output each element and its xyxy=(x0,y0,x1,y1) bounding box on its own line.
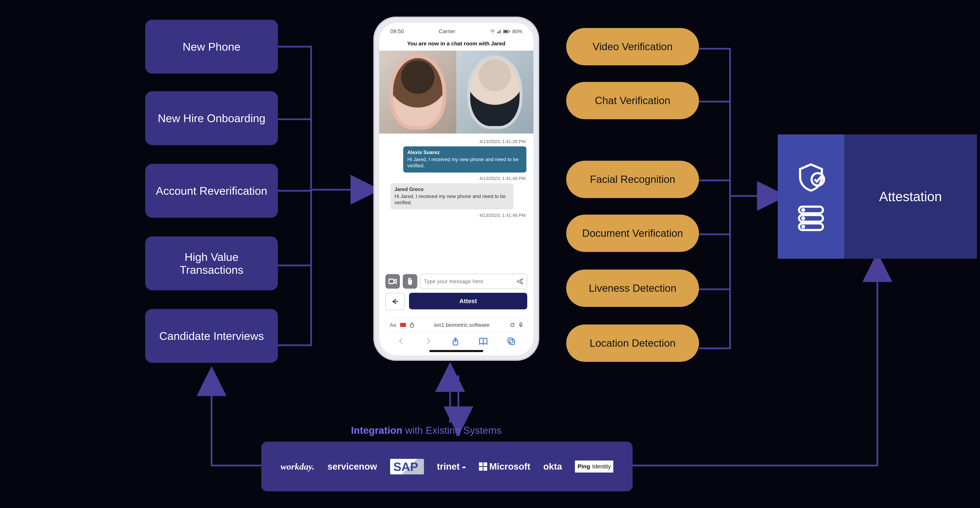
svg-rect-11 xyxy=(479,462,483,466)
message-input[interactable]: Type your message here xyxy=(420,274,527,289)
svg-rect-27 xyxy=(508,338,513,343)
msg-timestamp: 4/13/2023, 1:41:46 PM xyxy=(387,213,525,218)
nav-share[interactable] xyxy=(452,337,460,347)
home-indicator xyxy=(430,350,483,352)
nav-forward[interactable] xyxy=(424,337,432,347)
svg-rect-19 xyxy=(500,30,501,33)
svg-rect-25 xyxy=(520,322,522,325)
attachment-button[interactable] xyxy=(403,274,417,289)
text-size-control[interactable]: Aa xyxy=(390,322,396,328)
logo-workday: workday. xyxy=(281,461,315,472)
attestation-label: Attestation xyxy=(844,134,977,259)
svg-rect-23 xyxy=(389,279,394,284)
chat-bubble-sent: Alexis Suarez Hi Jared, I received my ne… xyxy=(403,146,527,173)
send-icon xyxy=(517,278,523,285)
status-time: 09:50 xyxy=(390,28,404,35)
recording-indicator-icon xyxy=(400,323,406,327)
lock-icon xyxy=(410,322,414,328)
svg-rect-22 xyxy=(509,31,510,32)
pill-location-detection: Location Detection xyxy=(566,324,699,362)
phone-statusbar: 09:50 Carrier 80% xyxy=(379,23,533,37)
svg-point-10 xyxy=(802,226,804,228)
logo-trinet: trinet☁ xyxy=(437,461,466,472)
refresh-icon[interactable] xyxy=(510,322,515,328)
video-call-row xyxy=(379,51,533,133)
video-tile-remote xyxy=(456,51,533,133)
status-battery: 80% xyxy=(512,29,522,35)
signal-icon xyxy=(497,30,501,33)
attestation-block: Attestation xyxy=(778,134,977,259)
microphone-icon[interactable] xyxy=(519,322,523,328)
usecase-new-phone: New Phone xyxy=(145,20,278,74)
usecase-high-value-tx: High Value Transactions xyxy=(145,237,278,290)
logo-sap: SAP xyxy=(390,459,424,475)
server-stack-icon xyxy=(794,205,827,232)
tabs-icon xyxy=(507,337,515,345)
browser-url-bar[interactable]: Aa ion1.biometric.software xyxy=(385,317,528,333)
usecase-new-hire: New Hire Onboarding xyxy=(145,91,278,145)
pill-chat-verification: Chat Verification xyxy=(566,82,699,119)
logo-servicenow: servicenow xyxy=(327,461,377,472)
nav-bookmarks[interactable] xyxy=(479,337,488,347)
logo-microsoft: Microsoft xyxy=(479,461,530,472)
attest-button[interactable]: Attest xyxy=(409,293,527,310)
arrow-left-icon xyxy=(391,298,399,305)
logo-ping-identity: PingIdentity xyxy=(575,460,613,473)
book-icon xyxy=(479,337,488,345)
svg-rect-13 xyxy=(479,467,483,471)
usecase-reverification: Account Reverification xyxy=(145,164,278,218)
svg-rect-12 xyxy=(484,462,487,466)
video-tile-self xyxy=(379,51,456,133)
svg-rect-16 xyxy=(497,32,498,33)
share-icon xyxy=(452,337,460,346)
compose-row: Type your message here xyxy=(379,271,533,292)
video-icon xyxy=(388,278,397,284)
browser-navbar xyxy=(379,333,533,349)
phone-mockup: 09:50 Carrier 80% You are now in a chat … xyxy=(373,17,539,361)
msg-timestamp: 4/13/2023, 1:41:28 PM xyxy=(387,139,525,144)
svg-point-15 xyxy=(492,32,493,33)
pill-liveness-detection: Liveness Detection xyxy=(566,270,699,307)
pill-video-verification: Video Verification xyxy=(566,28,699,65)
nav-tabs[interactable] xyxy=(507,337,515,347)
pill-facial-recognition: Facial Recognition xyxy=(566,161,699,198)
status-carrier: Carrier xyxy=(439,28,455,35)
battery-icon xyxy=(503,30,510,33)
paperclip-icon xyxy=(407,278,413,285)
wifi-icon xyxy=(490,30,495,33)
svg-rect-24 xyxy=(410,324,414,327)
microsoft-icon xyxy=(479,462,487,471)
back-button[interactable] xyxy=(385,293,405,310)
svg-point-9 xyxy=(802,217,804,219)
logo-okta: okta xyxy=(543,461,562,472)
url-text: ion1.biometric.software xyxy=(418,322,506,328)
usecase-interviews: Candidate Interviews xyxy=(145,309,278,363)
chat-bubble-received: Jared Greco Hi Jared, I received my new … xyxy=(390,183,514,210)
chat-transcript: 4/13/2023, 1:41:28 PM Alexis Suarez Hi J… xyxy=(379,133,533,271)
svg-rect-21 xyxy=(504,30,508,33)
video-toggle-button[interactable] xyxy=(385,274,400,289)
svg-point-8 xyxy=(802,209,804,211)
chat-room-header: You are now in a chat room with Jared xyxy=(379,37,533,51)
msg-timestamp: 4/13/2023, 1:41:40 PM xyxy=(387,176,525,181)
nav-back[interactable] xyxy=(397,337,405,347)
shield-check-icon xyxy=(794,161,827,192)
chevron-left-icon xyxy=(397,337,405,345)
svg-rect-18 xyxy=(499,30,500,33)
integration-caption: Integration with Existing Systems xyxy=(261,425,591,436)
svg-rect-14 xyxy=(484,467,487,471)
chevron-right-icon xyxy=(424,337,432,345)
svg-rect-17 xyxy=(498,31,499,33)
svg-rect-28 xyxy=(510,340,515,344)
pill-document-verification: Document Verification xyxy=(566,214,699,252)
integration-bar: workday. servicenow SAP trinet☁ Microsof… xyxy=(261,442,633,491)
